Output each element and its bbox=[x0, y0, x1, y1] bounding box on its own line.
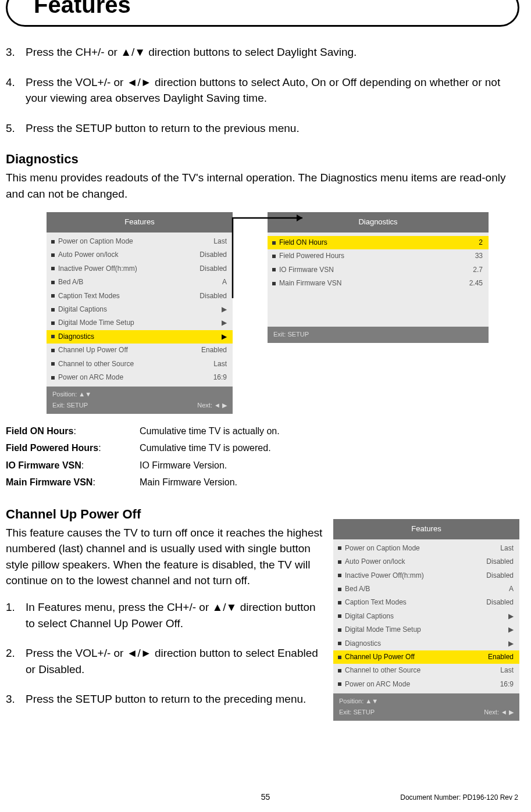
menu-item: Field ON Hours2 bbox=[268, 236, 489, 249]
bullet-icon bbox=[338, 588, 341, 591]
cup-step-1: 1.In Features menu, press the CH+/- or ▲… bbox=[6, 599, 324, 631]
menu-footer: Position: ▲▼Exit: SETUP Next: ◄ ▶ bbox=[333, 693, 519, 721]
channel-up-paragraph: This feature causes the TV to turn off o… bbox=[6, 525, 324, 589]
menu-item-label: Digital Captions bbox=[345, 611, 508, 621]
menu-item-value: Disabled bbox=[199, 264, 227, 274]
menu-item-value: Disabled bbox=[486, 598, 514, 607]
menu-title: Features bbox=[47, 212, 233, 232]
bullet-icon bbox=[338, 614, 341, 618]
bullet-icon bbox=[51, 253, 55, 257]
menu-item-label: Main Firmware VSN bbox=[279, 278, 469, 288]
def-row: Field ON Hours:Cumulative time TV is act… bbox=[6, 424, 519, 438]
bullet-icon bbox=[338, 546, 341, 550]
page-title: Features bbox=[29, 0, 136, 18]
menu-screenshot-row: Features Power on Caption ModeLastAuto P… bbox=[6, 212, 519, 414]
menu-item: Inactive Power Off(h:mm)Disabled bbox=[47, 262, 233, 276]
menu-item-label: Diagnostics bbox=[58, 332, 222, 342]
bullet-icon bbox=[272, 268, 276, 271]
menu-item: Inactive Power Off(h:mm)Disabled bbox=[333, 569, 519, 582]
menu-item-label: Channel Up Power Off bbox=[58, 345, 201, 355]
page-number: 55 bbox=[0, 792, 531, 802]
menu-item: Main Firmware VSN2.45 bbox=[268, 277, 489, 290]
footer-exit: Exit: SETUP bbox=[52, 401, 91, 410]
menu-item-label: Power on ARC Mode bbox=[345, 679, 500, 689]
menu-body: Field ON Hours2Field Powered Hours33IO F… bbox=[268, 232, 489, 327]
menu-item: Bed A/BA bbox=[333, 582, 519, 596]
step-text: In Features menu, press the CH+/- or ▲/▼… bbox=[26, 599, 324, 631]
bullet-icon bbox=[51, 335, 55, 338]
menu-item-value: ▶ bbox=[222, 318, 227, 328]
bullet-icon bbox=[338, 628, 341, 632]
menu-item-value: Last bbox=[213, 359, 227, 369]
cup-step-2: 2.Press the VOL+/- or ◄/► direction butt… bbox=[6, 645, 324, 677]
channel-up-steps: 1.In Features menu, press the CH+/- or ▲… bbox=[6, 599, 324, 707]
step-num: 1. bbox=[6, 599, 26, 631]
bullet-icon bbox=[51, 294, 55, 298]
menu-item-value: ▶ bbox=[222, 305, 227, 314]
menu-item: Auto Power on/lockDisabled bbox=[47, 248, 233, 262]
step-num: 5. bbox=[6, 120, 26, 137]
menu-item-label: Diagnostics bbox=[345, 639, 508, 649]
def-term: Field ON Hours bbox=[6, 426, 73, 436]
menu-item-value: Disabled bbox=[199, 250, 227, 260]
menu-item-label: Digital Mode Time Setup bbox=[345, 625, 508, 635]
menu-title: Diagnostics bbox=[268, 212, 489, 232]
menu-footer: Position: ▲▼Exit: SETUP Next: ◄ ▶ bbox=[47, 387, 233, 414]
menu-item-label: Inactive Power Off(h:mm) bbox=[58, 264, 199, 274]
menu-item-label: Digital Captions bbox=[58, 305, 222, 314]
menu-item: Power on ARC Mode16:9 bbox=[333, 678, 519, 691]
channel-up-heading: Channel Up Power Off bbox=[6, 505, 324, 524]
def-term: Field Powered Hours bbox=[6, 443, 98, 453]
menu-item-value: Last bbox=[213, 237, 227, 246]
features-menu: Features Power on Caption ModeLastAuto P… bbox=[47, 212, 233, 414]
menu-item: Power on ARC Mode16:9 bbox=[47, 371, 233, 384]
menu-item: Digital Captions▶ bbox=[333, 610, 519, 623]
step-num: 3. bbox=[6, 691, 26, 707]
menu-footer: Exit: SETUP bbox=[268, 327, 489, 343]
menu-item: Channel to other SourceLast bbox=[333, 664, 519, 677]
page-footer: 55 Document Number: PD196-120 Rev 2 bbox=[0, 793, 531, 802]
menu-item-label: Auto Power on/lock bbox=[345, 557, 486, 567]
menu-item: Auto Power on/lockDisabled bbox=[333, 555, 519, 568]
footer-exit: Exit: SETUP bbox=[339, 708, 378, 717]
bullet-icon bbox=[338, 642, 341, 645]
bullet-icon bbox=[51, 281, 55, 284]
menu-item: Channel Up Power OffEnabled bbox=[333, 650, 519, 664]
diagnostics-menu: Diagnostics Field ON Hours2Field Powered… bbox=[268, 212, 489, 343]
step-text: Press the VOL+/- or ◄/► direction button… bbox=[26, 74, 519, 106]
menu-item-label: Digital Mode Time Setup bbox=[58, 318, 222, 328]
footer-position: Position: ▲▼ bbox=[339, 697, 378, 706]
menu-body: Power on Caption ModeLastAuto Power on/l… bbox=[47, 232, 233, 387]
menu-item: Caption Text ModesDisabled bbox=[47, 289, 233, 303]
bullet-icon bbox=[51, 362, 55, 366]
bullet-icon bbox=[272, 282, 276, 285]
menu-item-value: Enabled bbox=[201, 345, 227, 355]
menu-item-label: Channel to other Source bbox=[58, 359, 213, 369]
menu-item-value: A bbox=[222, 277, 227, 287]
def-row: Main Firmware VSN:Main Firmware Version. bbox=[6, 475, 519, 489]
footer-next: Next: ◄ ▶ bbox=[197, 401, 227, 410]
step-num: 4. bbox=[6, 74, 26, 106]
menu-item-label: Channel to other Source bbox=[345, 666, 500, 675]
bullet-icon bbox=[272, 241, 276, 245]
def-row: Field Powered Hours:Cumulative time TV i… bbox=[6, 441, 519, 455]
menu-item-label: Power on Caption Mode bbox=[345, 543, 500, 553]
menu-item-value: ▶ bbox=[222, 332, 227, 342]
menu-item-value: Enabled bbox=[488, 652, 514, 662]
step-4: 4.Press the VOL+/- or ◄/► direction butt… bbox=[6, 74, 519, 106]
bullet-icon bbox=[338, 682, 341, 686]
menu-item: Diagnostics▶ bbox=[333, 637, 519, 650]
step-3: 3.Press the CH+/- or ▲/▼ direction butto… bbox=[6, 44, 519, 60]
features-menu-2: Features Power on Caption ModeLastAuto P… bbox=[333, 519, 519, 721]
cup-step-3: 3.Press the SETUP button to return to th… bbox=[6, 691, 324, 707]
footer-next: Next: ◄ ▶ bbox=[484, 708, 514, 717]
bullet-icon bbox=[338, 560, 341, 564]
def-desc: Cumulative time TV is actually on. bbox=[140, 424, 519, 438]
bullet-icon bbox=[338, 601, 341, 604]
def-desc: Main Firmware Version. bbox=[140, 475, 519, 489]
step-num: 2. bbox=[6, 645, 26, 677]
menu-item: Caption Text ModesDisabled bbox=[333, 596, 519, 609]
menu-item-value: Disabled bbox=[199, 291, 227, 301]
menu-item-label: Power on ARC Mode bbox=[58, 373, 213, 382]
menu-item: Bed A/BA bbox=[47, 276, 233, 289]
